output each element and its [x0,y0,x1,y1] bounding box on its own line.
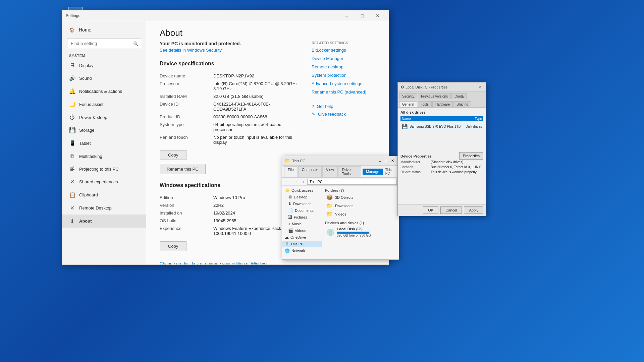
fe-up-button[interactable]: ↑ [301,178,306,185]
help-icon: ? [312,104,314,109]
sidebar-item-remote[interactable]: ✕ Remote Desktop [62,201,146,215]
security-status: Your PC is monitored and protected. [160,41,302,46]
device-specs-title: Device specifications [160,61,302,68]
dp-prop-status: Device status This device is working pro… [400,170,483,174]
security-link[interactable]: See details in Windows Security [160,48,302,53]
fe-back-button[interactable]: ← [284,178,291,185]
dp-close[interactable]: ✕ [477,85,483,89]
system-section-label: System [62,51,146,59]
fe-sidebar-music[interactable]: ♪ Music [282,221,322,227]
fe-sidebar-onedrive[interactable]: ☁ OneDrive [282,234,322,241]
sidebar-item-storage[interactable]: 💾 Storage [62,124,146,137]
fe-forward-button[interactable]: → [292,178,300,185]
sidebar-item-power[interactable]: ⏻ Power & sleep [62,111,146,124]
this-pc-icon: 🖥 [285,242,289,246]
remote-desktop-link[interactable]: Remote desktop [312,64,375,69]
dp-tab-sharing[interactable]: Sharing [453,101,471,107]
notifications-icon: 🔔 [69,88,75,95]
onedrive-icon: ☁ [285,235,289,240]
search-icon: 🔍 [133,41,139,46]
rename-pc-button[interactable]: Rename this PC [160,164,206,174]
maximize-button[interactable]: □ [355,10,370,21]
fe-sidebar-videos[interactable]: 🎬 Videos [282,227,322,234]
dp-prop-manufacturer: Manufacturer (Standard disk drives) [400,160,483,164]
fe-sidebar-quick-access[interactable]: ⭐ Quick access [282,187,322,194]
fe-sidebar-downloads[interactable]: ⬇ Downloads [282,200,322,207]
dp-tab-security[interactable]: Security [399,93,417,99]
fe-close[interactable]: ✕ [389,158,396,164]
sidebar-item-clipboard[interactable]: 📋 Clipboard [62,188,146,201]
dp-button-bar: OK Cancel Apply [398,204,486,216]
fe-sidebar-network[interactable]: 🌐 Network [282,247,322,254]
dp-tab-tools[interactable]: Tools [418,101,432,107]
fe-drive-c[interactable]: 💿 Local Disk (C:) 896 GB free of 930 GB [325,226,396,239]
sidebar-item-about[interactable]: ℹ About [62,215,146,228]
desktop-icon: 🖥 [288,195,292,199]
videos-icon: 🎬 [288,228,293,233]
sound-icon: 🔊 [69,75,75,81]
dp-drive-row[interactable]: 💾 Samsung SSD 970 EVO Plus 1TB Disk driv… [400,123,483,130]
spec-row: Version 22H2 [160,203,302,208]
fe-ribbon: File Computer View Drive Tools Manage Th… [282,166,399,178]
dp-cancel-button[interactable]: Cancel [440,206,462,214]
get-help-item[interactable]: ? Get help [312,104,375,109]
fe-minimize[interactable]: – [377,158,383,164]
fe-folder-videos[interactable]: 📁 Videos [325,210,396,218]
spec-row: Device name DESKTOP-N2P1V92 [160,73,302,78]
sidebar-item-projecting[interactable]: 📽 Projecting to this PC [62,163,146,175]
fe-manage-button[interactable]: Manage [363,169,383,175]
fe-sidebar-this-pc[interactable]: 🖥 This PC [282,241,322,247]
fe-maximize[interactable]: □ [383,158,389,164]
spec-row: System type 64-bit operating system, x64… [160,122,302,132]
fe-folder-downloads[interactable]: 📁 Downloads [325,201,396,210]
fe-sidebar: ⭐ Quick access 🖥 Desktop ⬇ Downloads 📄 D… [282,186,322,259]
close-button[interactable]: ✕ [370,10,385,21]
fe-sidebar-pictures[interactable]: 🖼 Pictures [282,214,322,221]
dp-tab-hardware[interactable]: Hardware [432,101,453,107]
give-feedback-item[interactable]: ✎ Give feedback [312,112,375,117]
spec-row: Experience Windows Feature Experience Pa… [160,226,302,236]
fe-window-controls: – □ ✕ [377,158,396,164]
sidebar-item-home[interactable]: 🏠 Home [62,24,146,36]
dp-tab-general[interactable]: General [399,101,417,107]
fe-address-bar[interactable] [307,179,397,185]
sidebar-item-notifications[interactable]: 🔔 Notifications & actions [62,85,146,98]
fe-sidebar-documents[interactable]: 📄 Documents [282,207,322,214]
sidebar-item-shared[interactable]: ✕ Shared experiences [62,175,146,188]
fe-sidebar-desktop[interactable]: 🖥 Desktop [282,194,322,200]
copy-windows-specs-button[interactable]: Copy [160,241,186,251]
fe-tab-view[interactable]: View [322,166,338,177]
sidebar-item-multitasking[interactable]: ⧉ Multitasking [62,150,146,163]
system-protection-link[interactable]: System protection [312,73,375,78]
fe-titlebar: 📁 This PC – □ ✕ [282,156,399,166]
dp-properties-button[interactable]: Properties [459,152,483,160]
product-key-link[interactable]: Change product key or upgrade your editi… [160,261,302,264]
drive-c-icon: 💿 [326,228,335,236]
fe-folder-3dobjects[interactable]: 📦 3D Objects [325,193,396,201]
projecting-icon: 📽 [69,166,75,172]
rename-advanced-link[interactable]: Rename this PC (advanced) [312,89,375,95]
advanced-system-link[interactable]: Advanced system settings [312,81,375,86]
device-spec-table: Device name DESKTOP-N2P1V92 Processor In… [160,73,302,145]
sidebar-item-sound[interactable]: 🔊 Sound [62,72,146,85]
dp-tab-quota[interactable]: Quota [451,93,467,99]
dp-ok-button[interactable]: OK [423,206,438,214]
search-input[interactable] [67,39,141,48]
sidebar-item-display[interactable]: 🖥 Display [62,59,146,72]
sidebar-item-focus[interactable]: 🌙 Focus assist [62,98,146,111]
pictures-icon: 🖼 [288,215,292,220]
minimize-button[interactable]: – [339,10,355,21]
device-manager-link[interactable]: Device Manager [312,56,375,61]
dp-apply-button[interactable]: Apply [464,206,483,214]
fe-toolbar: ← → ↑ [282,178,399,186]
drives-section-title: Devices and drives (1) [325,221,396,225]
fe-tab-file[interactable]: File [284,166,298,177]
copy-device-specs-button[interactable]: Copy [160,150,186,160]
dp-tab-previous[interactable]: Previous Versions [418,93,451,99]
search-box: 🔍 [67,39,141,48]
all-disk-drives-label: All disk drives [400,110,483,114]
bitlocker-link[interactable]: BitLocker settings [312,48,375,53]
fe-tab-computer[interactable]: Computer [298,166,322,177]
sidebar-item-tablet[interactable]: 📱 Tablet [62,137,146,150]
fe-tab-drivetools[interactable]: Drive Tools [338,166,361,177]
